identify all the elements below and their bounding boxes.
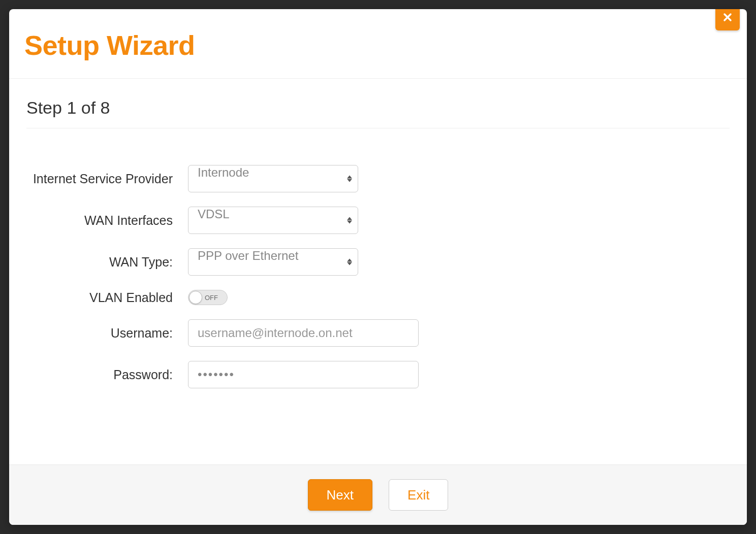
page-title: Setup Wizard: [24, 29, 732, 61]
modal-content: Step 1 of 8 Internet Service Provider In…: [9, 79, 747, 464]
vlan-label: VLAN Enabled: [26, 290, 188, 305]
isp-select[interactable]: Internode: [188, 165, 358, 192]
wan-interfaces-row: WAN Interfaces VDSL: [26, 207, 730, 234]
toggle-knob-icon: [189, 291, 202, 304]
password-label: Password:: [26, 368, 188, 382]
exit-button[interactable]: Exit: [389, 479, 448, 511]
username-row: Username:: [26, 319, 730, 347]
wan-interfaces-select[interactable]: VDSL: [188, 207, 358, 234]
username-field[interactable]: [188, 319, 419, 347]
close-icon: [722, 12, 733, 24]
toggle-state-text: OFF: [205, 294, 218, 302]
wan-type-label: WAN Type:: [26, 255, 188, 270]
username-label: Username:: [26, 326, 188, 341]
password-field[interactable]: [188, 361, 419, 388]
close-button[interactable]: [715, 9, 740, 30]
vlan-toggle[interactable]: OFF: [188, 290, 228, 305]
isp-row: Internet Service Provider Internode: [26, 165, 730, 192]
step-indicator: Step 1 of 8: [26, 98, 730, 128]
wan-type-select[interactable]: PPP over Ethernet: [188, 248, 358, 276]
vlan-row: VLAN Enabled OFF: [26, 290, 730, 305]
modal-footer: Next Exit: [9, 464, 747, 525]
setup-wizard-modal: Setup Wizard Step 1 of 8 Internet Servic…: [9, 9, 747, 525]
wan-interfaces-label: WAN Interfaces: [26, 213, 188, 228]
wan-type-row: WAN Type: PPP over Ethernet: [26, 248, 730, 276]
next-button[interactable]: Next: [308, 479, 372, 511]
password-row: Password:: [26, 361, 730, 388]
isp-label: Internet Service Provider: [26, 172, 188, 186]
modal-header: Setup Wizard: [9, 9, 747, 79]
